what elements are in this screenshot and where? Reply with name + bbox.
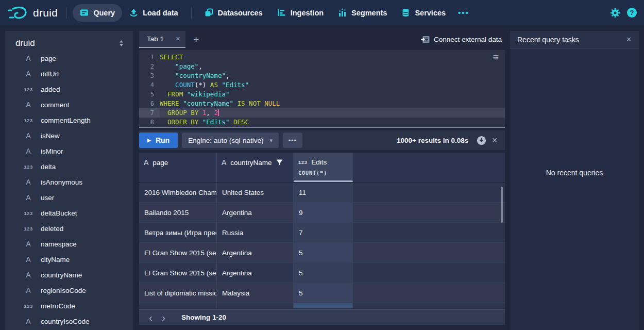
sidebar-column-metroCode[interactable]: 123metroCode bbox=[5, 298, 133, 314]
number-type-icon: 123 bbox=[22, 87, 35, 92]
download-results-icon[interactable] bbox=[477, 136, 486, 145]
query-more-button[interactable]: ••• bbox=[283, 133, 302, 148]
column-label: regionIsoCode bbox=[41, 287, 86, 294]
cell-countryName[interactable]: Malaysia bbox=[217, 283, 294, 303]
sidebar-column-delta[interactable]: 123delta bbox=[5, 159, 133, 174]
query-workbench: Tab 1 ✕ + Connect external data 1 SELECT… bbox=[139, 31, 505, 330]
column-header-label: Edits bbox=[311, 158, 327, 166]
cell-page[interactable]: El Gran Show 2015 (seas bbox=[139, 263, 217, 283]
cell-edits[interactable]: 9 bbox=[294, 203, 353, 222]
sidebar-column-isAnonymous[interactable]: AisAnonymous bbox=[5, 174, 133, 190]
cell-countryName[interactable]: United States bbox=[217, 183, 294, 202]
sidebar-column-isNew[interactable]: AisNew bbox=[5, 128, 133, 143]
sql-editor[interactable]: 1 SELECT 2 "page", 3 "countryName", 4 CO… bbox=[139, 50, 505, 128]
next-page-button[interactable]: › bbox=[157, 312, 170, 323]
line-number: 7 bbox=[139, 108, 160, 118]
cell-countryName[interactable]: Russia bbox=[217, 223, 294, 242]
sidebar-column-countryIsoCode[interactable]: AcountryIsoCode bbox=[5, 314, 133, 329]
number-type-icon: 123 bbox=[22, 210, 35, 216]
nav-item-label: Query bbox=[93, 9, 115, 17]
druid-logo-icon bbox=[7, 5, 29, 21]
sidebar-column-page[interactable]: Apage bbox=[5, 51, 133, 66]
column-label: isAnonymous bbox=[41, 178, 82, 186]
add-tab-button[interactable]: + bbox=[193, 34, 199, 45]
sidebar-column-regionIsoCode[interactable]: AregionIsoCode bbox=[5, 283, 133, 298]
schema-sidebar: druid Apage AdiffUrl 123added Acomment 1… bbox=[5, 31, 133, 330]
run-button[interactable]: ▶ Run bbox=[139, 133, 178, 148]
nav-item-ingestion[interactable]: Ingestion bbox=[270, 4, 331, 22]
ingestion-icon bbox=[277, 8, 286, 17]
brand-name: druid bbox=[33, 7, 58, 19]
cell-edits[interactable]: 11 bbox=[294, 183, 353, 202]
cell-page[interactable]: 2016 Wimbledon Champi bbox=[139, 183, 217, 202]
cell-page[interactable]: Bailando 2015 bbox=[139, 203, 217, 222]
table-row: Bailando 2015 Argentina 9 bbox=[139, 203, 505, 223]
connect-external-data-button[interactable]: Connect external data bbox=[421, 36, 505, 43]
nav-divider bbox=[66, 7, 67, 19]
code-line: 3 "countryName", bbox=[139, 71, 505, 80]
column-label: deltaBucket bbox=[41, 209, 77, 217]
druid-logo[interactable]: druid bbox=[7, 5, 58, 21]
table-vertical-scrollbar[interactable] bbox=[501, 187, 503, 223]
no-recent-queries-text: No recent queries bbox=[510, 169, 639, 177]
tab-close-icon[interactable]: ✕ bbox=[176, 36, 180, 42]
sidebar-column-cityName[interactable]: AcityName bbox=[5, 252, 133, 267]
column-label: deleted bbox=[41, 225, 63, 233]
sidebar-column-diffUrl[interactable]: AdiffUrl bbox=[5, 66, 133, 81]
line-number: 4 bbox=[139, 80, 160, 90]
nav-item-services[interactable]: Services bbox=[394, 4, 453, 22]
nav-item-segments[interactable]: Segments bbox=[331, 4, 394, 22]
number-type-icon: 123 bbox=[298, 159, 307, 165]
column-label: delta bbox=[41, 163, 56, 171]
tab-tab1[interactable]: Tab 1 ✕ bbox=[139, 31, 185, 48]
cell-countryName[interactable]: Argentina bbox=[217, 263, 294, 283]
sidebar-column-added[interactable]: 123added bbox=[5, 81, 133, 97]
column-label: user bbox=[41, 194, 54, 202]
cell-edits[interactable]: 5 bbox=[294, 243, 353, 262]
engine-label: Engine: auto (sql-native) bbox=[188, 137, 263, 144]
column-label: isNew bbox=[41, 132, 60, 140]
sidebar-column-deltaBucket[interactable]: 123deltaBucket bbox=[5, 205, 133, 221]
help-icon[interactable]: ? bbox=[627, 8, 637, 18]
sidebar-column-isMinor[interactable]: AisMinor bbox=[5, 143, 133, 159]
segments-icon bbox=[338, 8, 347, 17]
code-line: 1 SELECT bbox=[139, 53, 505, 62]
cell-page[interactable]: Ветра зимы (Игра прес bbox=[139, 223, 217, 242]
cell-page[interactable]: El Gran Show 2015 (seas bbox=[139, 243, 217, 262]
string-type-icon: A bbox=[22, 70, 35, 78]
column-label: diffUrl bbox=[41, 70, 59, 78]
close-results-icon[interactable]: ✕ bbox=[490, 136, 499, 144]
sidebar-column-namespace[interactable]: Anamespace bbox=[5, 236, 133, 252]
table-row: Ветра зимы (Игра прес Russia 7 bbox=[139, 223, 505, 243]
gear-icon[interactable] bbox=[610, 8, 620, 18]
sort-columns-icon[interactable] bbox=[118, 40, 125, 47]
close-icon[interactable]: ✕ bbox=[626, 36, 632, 43]
sidebar-column-countryName[interactable]: AcountryName bbox=[5, 267, 133, 283]
nav-item-load-data[interactable]: Load data bbox=[122, 4, 185, 22]
sidebar-column-comment[interactable]: Acomment bbox=[5, 97, 133, 112]
editor-menu-icon[interactable]: ≡ bbox=[493, 52, 499, 62]
column-header-edits[interactable]: 123Edits COUNT(*) bbox=[294, 153, 353, 182]
cell-page[interactable]: List of diplomatic missio bbox=[139, 283, 217, 303]
column-label: isMinor bbox=[41, 147, 63, 155]
engine-select[interactable]: Engine: auto (sql-native) ▾ bbox=[182, 133, 279, 148]
services-icon bbox=[401, 8, 410, 17]
sidebar-column-commentLength[interactable]: 123commentLength bbox=[5, 112, 133, 128]
sidebar-column-user[interactable]: Auser bbox=[5, 190, 133, 205]
nav-item-query[interactable]: Query bbox=[73, 4, 122, 22]
cell-edits[interactable]: 5 bbox=[294, 283, 353, 303]
previous-page-button[interactable]: ‹ bbox=[144, 312, 157, 323]
nav-more-button[interactable]: ••• bbox=[453, 8, 474, 17]
top-nav: druid Query Load data Datasources bbox=[0, 0, 644, 25]
column-header-page[interactable]: Apage bbox=[139, 153, 217, 182]
cell-countryName[interactable]: Argentina bbox=[217, 203, 294, 222]
cell-countryName[interactable]: Argentina bbox=[217, 243, 294, 262]
string-type-icon: A bbox=[144, 158, 148, 167]
recent-query-tasks-panel: Recent query tasks ✕ No recent queries bbox=[510, 31, 639, 330]
nav-item-datasources[interactable]: Datasources bbox=[197, 4, 270, 22]
cell-edits[interactable]: 7 bbox=[294, 223, 353, 242]
cell-edits[interactable]: 5 bbox=[294, 263, 353, 283]
sidebar-column-deleted[interactable]: 123deleted bbox=[5, 221, 133, 236]
column-header-countryName[interactable]: AcountryName bbox=[217, 153, 294, 182]
line-number: 3 bbox=[139, 71, 160, 80]
